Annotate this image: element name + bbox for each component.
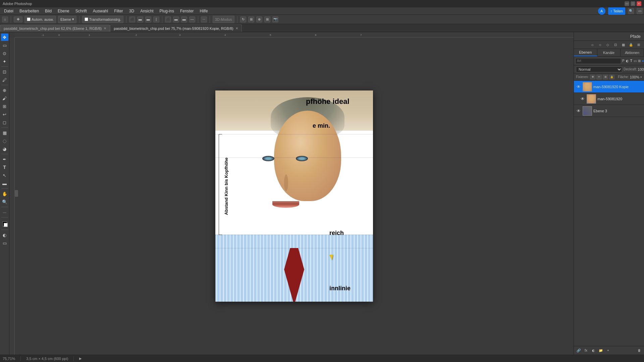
search-button[interactable]: 🔍 — [628, 8, 634, 14]
align-gap-icon[interactable]: | — [153, 16, 159, 22]
gradient-tool[interactable]: ▦ — [1, 129, 8, 136]
tab-aktionen[interactable]: Aktionen — [621, 49, 644, 56]
menu-bild[interactable]: Bild — [42, 8, 54, 14]
dodge-tool[interactable]: ◕ — [1, 145, 8, 153]
panel-icon-shape[interactable]: ⊡ — [612, 42, 619, 48]
hand-tool[interactable]: ✋ — [1, 190, 8, 197]
heal-tool[interactable]: ⊕ — [1, 86, 8, 94]
panel-icon-circle[interactable]: ○ — [589, 42, 596, 48]
align-gap-v-icon[interactable]: — — [189, 16, 195, 22]
lock-draw-btn[interactable]: ✏ — [596, 75, 602, 79]
add-style-btn[interactable]: fx — [583, 348, 589, 354]
align-middle-icon[interactable]: ▬ — [173, 16, 179, 22]
color-swatches[interactable] — [1, 220, 8, 228]
home-button[interactable]: ⌂ — [2, 16, 8, 22]
lasso-tool[interactable]: ⊙ — [1, 50, 8, 57]
zoom-tool[interactable]: 🔍 — [1, 198, 8, 205]
lock-all-btn[interactable]: 🔒 — [609, 75, 614, 79]
select-rect-tool[interactable]: ▭ — [1, 42, 8, 49]
crop-tool[interactable]: ⊡ — [1, 68, 8, 75]
magic-wand-tool[interactable]: ✦ — [1, 58, 8, 65]
pen-tool[interactable]: ✒ — [1, 156, 8, 163]
layer-vis-kopie[interactable]: 👁 — [576, 84, 581, 89]
doc-tab-1[interactable]: passbild_biometrisch_chip.psd bei 62,6% … — [0, 24, 110, 32]
quick-mask-btn[interactable]: ◐ — [1, 231, 8, 239]
layer-item-ebene3[interactable]: 👁 Ebene 3 — [574, 105, 644, 117]
blur-tool[interactable]: ◌ — [1, 137, 8, 144]
more-options-icon[interactable]: ··· — [201, 16, 207, 22]
document-canvas[interactable]: pfhöhe ideal e min. Abstand Kinn bis Kop… — [215, 90, 373, 302]
layer-item-original[interactable]: 👁 man-59081920 — [574, 93, 644, 105]
doc-tab-2[interactable]: passbild_biometrisch_chip.psd bei 75,7% … — [110, 24, 242, 32]
add-mask-btn[interactable]: ◐ — [590, 348, 597, 354]
panel-icon-lock[interactable]: 🔒 — [628, 42, 634, 48]
menu-ebene[interactable]: Ebene — [55, 8, 72, 14]
type-tool[interactable]: T — [1, 164, 8, 171]
layer-filter-smart[interactable]: ⊞ — [638, 58, 641, 64]
panel-icon-circle2[interactable]: ○ — [597, 42, 603, 48]
autom-select[interactable]: Autom. ausw. — [24, 16, 56, 23]
3d-axis-icon[interactable]: ⊞ — [264, 16, 270, 22]
tab-kanaele[interactable]: Kanäle — [597, 49, 621, 56]
more-tools-btn[interactable]: ··· — [1, 208, 8, 216]
maximize-button[interactable]: □ — [631, 1, 635, 6]
target-icon[interactable]: ⊕ — [256, 16, 262, 22]
minimize-button[interactable]: — — [625, 1, 629, 6]
layer-vis-original[interactable]: 👁 — [580, 96, 585, 102]
share-button[interactable]: ↑ Teilen — [608, 7, 625, 15]
menu-hilfe[interactable]: Hilfe — [197, 8, 211, 14]
layer-filter-shape[interactable]: ▭ — [633, 58, 637, 64]
delete-layer-btn[interactable]: 🗑 — [636, 348, 643, 354]
layer-vis-ebene3[interactable]: 👁 — [576, 108, 581, 114]
new-layer-btn[interactable]: + — [605, 348, 611, 354]
3d-mode-btn[interactable]: 3D-Modus — [213, 16, 234, 23]
layout-button[interactable]: ▭ — [637, 8, 643, 14]
panel-icon-more[interactable]: ⊞ — [635, 42, 642, 48]
autom-checkbox[interactable] — [27, 17, 31, 21]
panel-icon-grid[interactable]: ▦ — [620, 42, 627, 48]
menu-auswahl[interactable]: Auswahl — [90, 8, 111, 14]
layer-filter-text[interactable]: T — [630, 58, 633, 64]
align-top-icon[interactable]: ⬛ — [165, 16, 171, 22]
transform-checkbox[interactable] — [85, 17, 88, 21]
screen-mode-btn[interactable]: ▭ — [1, 239, 8, 247]
link-layers-btn[interactable]: 🔗 — [575, 348, 582, 354]
tab-ebenen[interactable]: Ebenen — [574, 49, 597, 56]
layer-search[interactable] — [575, 58, 621, 64]
menu-3d[interactable]: 3D — [126, 8, 137, 14]
eraser-tool[interactable]: ◻ — [1, 119, 8, 126]
brush-tool[interactable]: 🖌 — [1, 95, 8, 102]
lock-position-btn[interactable]: ✥ — [590, 75, 595, 79]
layer-item-kopie[interactable]: 👁 man-59081920 Kopie — [574, 81, 644, 93]
panel-icon-diamond[interactable]: ◇ — [604, 42, 611, 48]
align-center-h-icon[interactable]: ▬ — [137, 16, 143, 22]
rotate-icon[interactable]: ↻ — [240, 16, 246, 22]
menu-fenster[interactable]: Fenster — [177, 8, 197, 14]
eyedropper-tool[interactable]: 🖊 — [1, 76, 8, 83]
transform-checkbox-row[interactable]: Transformationstrg. — [82, 16, 123, 23]
menu-ansicht[interactable]: Ansicht — [138, 8, 156, 14]
doc-tab-2-close[interactable]: ✕ — [235, 26, 238, 30]
bg-color[interactable] — [4, 223, 8, 227]
doc-tab-1-close[interactable]: ✕ — [104, 26, 106, 30]
menu-filter[interactable]: Filter — [111, 8, 126, 14]
shape-tool[interactable]: ▬ — [1, 180, 8, 187]
layer-dropdown[interactable]: Ebene ▾ — [58, 16, 76, 23]
align-bottom-icon[interactable]: ▬ — [181, 16, 187, 22]
menu-datei[interactable]: Datei — [1, 8, 16, 14]
user-avatar[interactable]: A — [598, 7, 605, 15]
move-tool[interactable]: ✥ — [1, 34, 8, 41]
new-group-btn[interactable]: 📁 — [597, 348, 604, 354]
reflect-icon[interactable]: ⊞ — [248, 16, 254, 22]
layer-filter-adj[interactable]: ◐ — [626, 58, 629, 64]
move-options-icon[interactable]: ✥ — [14, 16, 22, 22]
layer-filter-type[interactable]: P — [622, 58, 625, 64]
menu-schrift[interactable]: Schrift — [73, 8, 90, 14]
close-button[interactable]: ✕ — [637, 1, 641, 6]
menu-plugins[interactable]: Plug-ins — [157, 8, 177, 14]
scroll-indicator-v[interactable] — [15, 190, 18, 197]
layer-filter-toggle[interactable]: ● — [642, 58, 644, 64]
clone-tool[interactable]: ⊞ — [1, 103, 8, 110]
menu-bearbeiten[interactable]: Bearbeiten — [17, 8, 42, 14]
align-left-icon[interactable]: ⬛ — [129, 16, 135, 22]
